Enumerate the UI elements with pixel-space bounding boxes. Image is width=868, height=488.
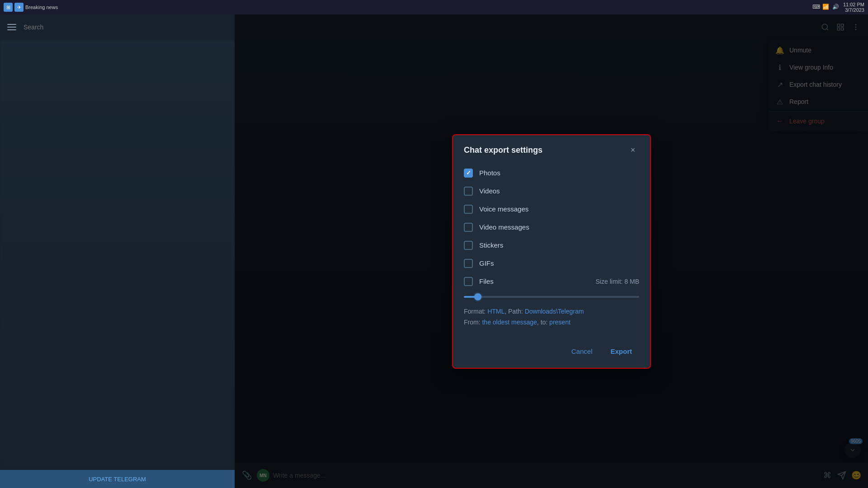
to-value[interactable]: present bbox=[549, 319, 571, 326]
taskbar-time: 11:02 PM 3/7/2023 bbox=[843, 2, 864, 13]
search-input[interactable] bbox=[24, 23, 227, 31]
taskbar: ⊞ ✈ Breaking news ⌨ 📶 🔊 11:02 PM 3/7/202… bbox=[0, 0, 868, 14]
voice-messages-checkbox[interactable] bbox=[464, 205, 473, 214]
export-button[interactable]: Export bbox=[603, 344, 639, 359]
dialog-close-button[interactable]: × bbox=[627, 144, 639, 157]
path-value[interactable]: Downloads\Telegram bbox=[525, 308, 584, 315]
app-container: UPDATE TELEGRAM bbox=[0, 14, 868, 488]
photos-label: Photos bbox=[479, 169, 639, 177]
dialog-title: Chat export settings bbox=[464, 145, 542, 155]
size-limit-label: Size limit: 8 MB bbox=[596, 278, 639, 285]
photos-checkbox[interactable] bbox=[464, 169, 473, 178]
menu-button[interactable] bbox=[7, 22, 18, 33]
video-messages-label: Video messages bbox=[479, 223, 639, 231]
format-line: Format: HTML, Path: Downloads\Telegram bbox=[464, 305, 639, 317]
chat-list bbox=[0, 40, 235, 470]
main-chat: 🔔 Unmute ℹ View group Info ↗ Export chat… bbox=[235, 14, 868, 488]
videos-label: Videos bbox=[479, 187, 639, 195]
dialog-footer: Cancel Export bbox=[453, 338, 650, 368]
telegram-taskbar-icon[interactable]: ✈ bbox=[14, 3, 24, 12]
systray: ⌨ 📶 🔊 bbox=[812, 4, 840, 11]
slider-track bbox=[464, 296, 639, 298]
modal-overlay: Chat export settings × Photos Videos bbox=[235, 14, 868, 488]
photos-row: Photos bbox=[464, 164, 639, 182]
start-button[interactable]: ⊞ bbox=[4, 3, 13, 12]
chat-export-dialog: Chat export settings × Photos Videos bbox=[452, 134, 651, 369]
from-line: From: the oldest message, to: present bbox=[464, 317, 639, 331]
voice-messages-label: Voice messages bbox=[479, 205, 639, 213]
videos-row: Videos bbox=[464, 182, 639, 200]
systray-icon-2: 📶 bbox=[822, 4, 830, 11]
gifs-checkbox[interactable] bbox=[464, 259, 473, 268]
gifs-row: GIFs bbox=[464, 254, 639, 272]
stickers-row: Stickers bbox=[464, 236, 639, 254]
voice-messages-row: Voice messages bbox=[464, 200, 639, 218]
files-checkbox[interactable] bbox=[464, 277, 473, 286]
taskbar-news-label: Breaking news bbox=[25, 5, 58, 10]
stickers-label: Stickers bbox=[479, 241, 639, 249]
gifs-label: GIFs bbox=[479, 259, 639, 267]
files-label: Files bbox=[479, 277, 590, 285]
slider-thumb[interactable] bbox=[474, 293, 481, 300]
from-value[interactable]: the oldest message bbox=[482, 319, 537, 326]
sidebar-header bbox=[0, 14, 235, 40]
videos-checkbox[interactable] bbox=[464, 187, 473, 196]
sidebar: UPDATE TELEGRAM bbox=[0, 14, 235, 488]
taskbar-left: ⊞ ✈ Breaking news bbox=[4, 3, 58, 12]
cancel-button[interactable]: Cancel bbox=[564, 344, 600, 359]
dialog-content: Photos Videos Voice messages bbox=[453, 164, 650, 338]
update-telegram-button[interactable]: UPDATE TELEGRAM bbox=[0, 470, 235, 488]
size-slider-container bbox=[464, 291, 639, 305]
systray-icon-1: ⌨ bbox=[812, 4, 820, 11]
systray-icon-3: 🔊 bbox=[832, 4, 840, 11]
files-row: Files Size limit: 8 MB bbox=[464, 272, 639, 291]
format-value[interactable]: HTML bbox=[487, 308, 505, 315]
video-messages-checkbox[interactable] bbox=[464, 223, 473, 232]
dialog-header: Chat export settings × bbox=[453, 135, 650, 164]
stickers-checkbox[interactable] bbox=[464, 241, 473, 250]
video-messages-row: Video messages bbox=[464, 218, 639, 236]
